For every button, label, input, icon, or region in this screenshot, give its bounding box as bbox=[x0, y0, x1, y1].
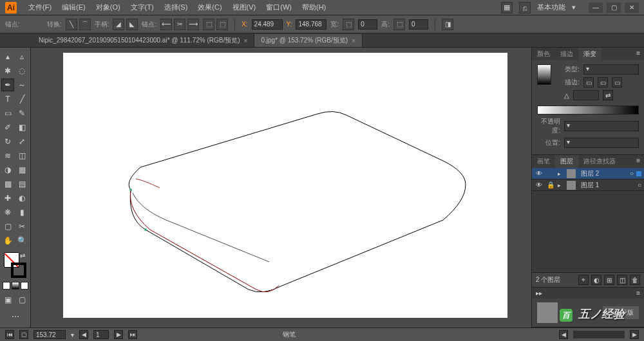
menu-effect[interactable]: 效果(C) bbox=[193, 0, 227, 15]
panel-tab-gradient[interactable]: 渐变 bbox=[578, 48, 601, 60]
tab-document-1[interactable]: Nipic_29842067_20190905150104423000.ai* … bbox=[32, 34, 254, 47]
rotate-tool[interactable]: ↻ bbox=[1, 135, 14, 148]
w-input[interactable] bbox=[358, 19, 377, 30]
isolate-icon[interactable]: ◨ bbox=[442, 19, 453, 30]
link-wh-icon[interactable]: ⬚ bbox=[343, 19, 354, 30]
tab-document-2[interactable]: 0.jpg* @ 153.72% (RGB/预览) × bbox=[254, 34, 363, 47]
hand-tool[interactable]: ✋ bbox=[1, 234, 14, 247]
scrollbar-horizontal[interactable] bbox=[573, 331, 625, 338]
stroke-along-icon[interactable]: ▭ bbox=[598, 77, 608, 88]
remove-anchor-icon[interactable]: ⟵ bbox=[160, 19, 172, 30]
menu-file[interactable]: 文件(F) bbox=[23, 0, 57, 15]
menu-window[interactable]: 窗口(W) bbox=[261, 0, 297, 15]
layer-row[interactable]: 👁 ▸ 图层 2 ○ bbox=[532, 168, 644, 180]
new-sublayer-icon[interactable]: ⊞ bbox=[604, 275, 614, 285]
layer-name[interactable]: 图层 2 bbox=[578, 169, 627, 178]
artboard[interactable] bbox=[63, 53, 507, 318]
last-artboard-icon[interactable]: ⏭ bbox=[128, 330, 137, 339]
layout-dropdown-btn[interactable]: ▦ bbox=[501, 2, 513, 14]
panel-tab-layers[interactable]: 图层 bbox=[555, 155, 578, 168]
x-input[interactable] bbox=[252, 19, 283, 30]
scroll-left-icon[interactable]: ◀ bbox=[559, 330, 568, 339]
h-input[interactable] bbox=[409, 19, 428, 30]
workspace-label[interactable]: 基本功能 bbox=[537, 3, 565, 12]
panel-menu-icon[interactable]: ≡ bbox=[632, 48, 644, 60]
panel-tab-stroke[interactable]: 描边 bbox=[555, 48, 578, 60]
width-tool[interactable]: ≋ bbox=[1, 149, 14, 162]
handle-show-icon[interactable]: ◢ bbox=[113, 19, 124, 30]
artboard-tool[interactable]: ▢ bbox=[1, 220, 14, 233]
cut-path-icon[interactable]: ✂ bbox=[174, 19, 185, 30]
scale-tool[interactable]: ⤢ bbox=[15, 135, 28, 148]
prev-artboard-icon[interactable]: ◀ bbox=[79, 330, 88, 339]
paintbrush-tool[interactable]: ✎ bbox=[15, 107, 28, 120]
eraser-tool[interactable]: ◧ bbox=[15, 121, 28, 134]
edit-toolbar[interactable]: ⋯ bbox=[9, 310, 22, 323]
convert-corner-icon[interactable]: ╲ bbox=[66, 19, 77, 30]
align-v-icon[interactable]: ⬚ bbox=[216, 19, 228, 30]
type-tool[interactable]: T bbox=[1, 93, 14, 106]
screen-mode-full[interactable]: ▢ bbox=[16, 293, 29, 306]
new-layer-icon[interactable]: ◫ bbox=[617, 275, 627, 285]
gradient-slider[interactable] bbox=[537, 106, 639, 115]
mesh-tool[interactable]: ▩ bbox=[1, 178, 14, 190]
color-mode-fill[interactable] bbox=[3, 282, 10, 290]
connect-anchor-icon[interactable]: ⟶ bbox=[187, 19, 199, 30]
gradient-tool[interactable]: ▤ bbox=[15, 178, 28, 190]
artboard-number[interactable] bbox=[93, 330, 109, 339]
line-tool[interactable]: ╱ bbox=[15, 93, 28, 106]
swap-fill-stroke-icon[interactable]: ⇄ bbox=[20, 252, 25, 259]
menu-type[interactable]: 文字(T) bbox=[126, 0, 159, 15]
magic-wand-tool[interactable]: ✱ bbox=[1, 64, 14, 77]
menu-object[interactable]: 对象(O) bbox=[91, 0, 126, 15]
stroke-across-icon[interactable]: ▭ bbox=[612, 77, 622, 88]
window-maximize[interactable]: ▢ bbox=[607, 3, 621, 13]
pencil-tool[interactable]: ✐ bbox=[1, 121, 14, 134]
color-mode-gradient[interactable] bbox=[12, 282, 19, 290]
panel-tab-color[interactable]: 颜色 bbox=[532, 48, 555, 60]
symbol-sprayer-tool[interactable]: ❋ bbox=[1, 206, 14, 219]
menu-view[interactable]: 视图(V) bbox=[227, 0, 261, 15]
handle-hide-icon[interactable]: ◣ bbox=[126, 19, 138, 30]
menu-select[interactable]: 选择(S) bbox=[159, 0, 193, 15]
panel-tab-pathfinder[interactable]: 路径查找器 bbox=[578, 155, 621, 168]
lock-icon[interactable] bbox=[546, 169, 555, 178]
shape-builder-tool[interactable]: ◑ bbox=[1, 163, 14, 176]
zoom-input[interactable] bbox=[33, 330, 66, 339]
screen-mode-icon[interactable]: ▢ bbox=[19, 330, 28, 339]
free-transform-tool[interactable]: ◫ bbox=[15, 149, 28, 162]
screen-mode-normal[interactable]: ▣ bbox=[2, 293, 15, 306]
target-icon[interactable]: ○ bbox=[630, 170, 634, 177]
bridge-btn[interactable]: ⎌ bbox=[519, 2, 531, 14]
tab-close-icon[interactable]: × bbox=[352, 37, 355, 44]
make-clipping-mask-icon[interactable]: ◐ bbox=[591, 275, 601, 285]
reverse-gradient-icon[interactable]: ⇄ bbox=[603, 90, 613, 100]
scroll-right-icon[interactable]: ▶ bbox=[630, 330, 639, 339]
artboard-nav-first-icon[interactable]: ⏮ bbox=[5, 330, 14, 339]
panel-menu-icon[interactable]: ≡ bbox=[632, 288, 644, 299]
link-wh2-icon[interactable]: ⬚ bbox=[393, 19, 405, 30]
stroke-within-icon[interactable]: ▭ bbox=[583, 77, 594, 88]
selection-tool[interactable]: ▴ bbox=[1, 50, 14, 63]
blend-tool[interactable]: ◐ bbox=[15, 192, 28, 205]
gradient-type-dropdown[interactable]: ▾ bbox=[583, 64, 639, 75]
layer-row[interactable]: 👁 🔒 ▸ 图层 1 ○ bbox=[532, 180, 644, 191]
collapse-icon[interactable]: ▸▸ bbox=[532, 288, 546, 299]
lasso-tool[interactable]: ◌ bbox=[15, 64, 28, 77]
menu-help[interactable]: 帮助(H) bbox=[297, 0, 331, 15]
eyedropper-tool[interactable]: ✚ bbox=[1, 192, 14, 205]
target-icon[interactable]: ○ bbox=[638, 181, 641, 189]
direct-selection-tool[interactable]: ▵ bbox=[15, 50, 28, 63]
y-input[interactable] bbox=[296, 19, 327, 30]
tab-close-icon[interactable]: × bbox=[244, 37, 248, 44]
object-thumbnail[interactable] bbox=[537, 302, 558, 323]
opacity-dropdown[interactable]: ▾ bbox=[564, 121, 639, 131]
zoom-tool[interactable]: 🔍 bbox=[15, 234, 28, 247]
lock-icon[interactable]: 🔒 bbox=[546, 181, 555, 190]
visibility-icon[interactable]: 👁 bbox=[535, 181, 544, 190]
panel-menu-icon[interactable]: ≡ bbox=[632, 155, 644, 168]
canvas-area[interactable] bbox=[31, 48, 531, 327]
next-artboard-icon[interactable]: ▶ bbox=[114, 330, 123, 339]
fill-stroke-swatches[interactable]: ⇄ bbox=[1, 252, 29, 278]
stroke-swatch[interactable] bbox=[11, 263, 26, 278]
